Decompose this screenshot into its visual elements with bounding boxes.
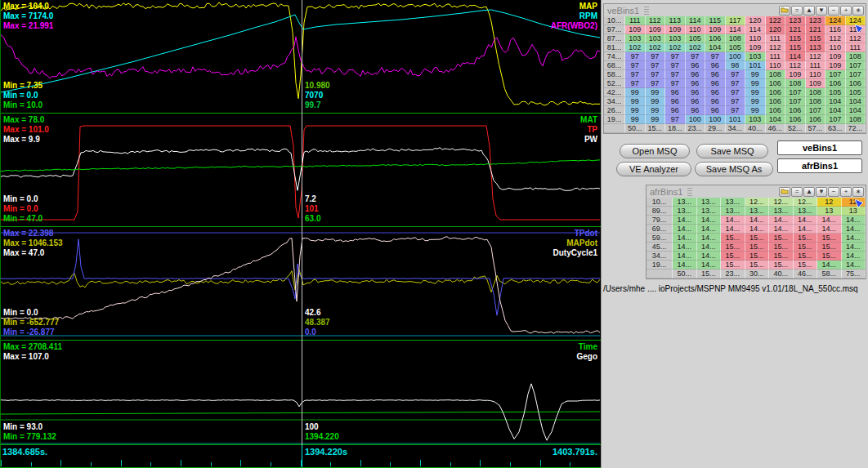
ve-cell[interactable]: 109: [625, 25, 646, 34]
ve-cell[interactable]: 99: [625, 97, 646, 106]
ve-cell[interactable]: 99: [646, 106, 666, 115]
ve-cell[interactable]: 111: [766, 52, 786, 61]
ve-cell[interactable]: 106: [766, 88, 786, 97]
ve-cell[interactable]: 104: [766, 115, 786, 124]
ve-cell[interactable]: 96: [705, 61, 726, 70]
ve-cell[interactable]: 96: [705, 97, 726, 106]
ve-cell[interactable]: 97: [665, 70, 686, 79]
ve-cell[interactable]: 96: [705, 88, 726, 97]
ve-cell[interactable]: 115: [785, 43, 806, 52]
ve-cell[interactable]: 103: [745, 52, 766, 61]
ve-cell[interactable]: 107: [785, 97, 806, 106]
ve-cell[interactable]: 103: [745, 115, 766, 124]
afr-cell[interactable]: 14...: [697, 261, 722, 270]
afr-cell[interactable]: 13...: [697, 198, 722, 207]
ve-cell[interactable]: 97: [726, 97, 746, 106]
ve-cell[interactable]: 115: [785, 34, 806, 43]
ve-cell[interactable]: 110: [745, 34, 766, 43]
ve-cell[interactable]: 108: [846, 52, 866, 61]
ve-cell[interactable]: 114: [726, 25, 746, 34]
afr-cell[interactable]: 14...: [842, 234, 866, 243]
ve-cell[interactable]: 106: [766, 97, 786, 106]
ve-cell[interactable]: 109: [705, 25, 726, 34]
afr-cell[interactable]: 15...: [817, 234, 842, 243]
afr-cell[interactable]: 14...: [817, 261, 842, 270]
afr-cell[interactable]: 14...: [673, 216, 697, 225]
drag-handle[interactable]: [644, 7, 649, 15]
afr-cell[interactable]: 15...: [794, 234, 818, 243]
ve-cell[interactable]: 112: [825, 34, 846, 43]
ve-cell[interactable]: 97: [646, 52, 666, 61]
ve-cell[interactable]: 99: [646, 97, 666, 106]
ve-cell[interactable]: 99: [625, 88, 646, 97]
down-icon[interactable]: ▼: [816, 6, 827, 16]
drag-handle[interactable]: [687, 188, 692, 196]
ve-cell[interactable]: 113: [665, 16, 686, 25]
ve-cell[interactable]: 97: [625, 79, 646, 88]
afr-cell[interactable]: 15...: [745, 243, 770, 252]
ve-cell[interactable]: 97: [646, 61, 666, 70]
ve-cell[interactable]: 111: [846, 43, 866, 52]
ve-cell[interactable]: 112: [806, 52, 826, 61]
ve-cell[interactable]: 114: [745, 25, 766, 34]
ve-cell[interactable]: 105: [726, 43, 746, 52]
ve-cell[interactable]: 108: [806, 97, 826, 106]
afr-cell[interactable]: 14...: [697, 252, 722, 261]
afr-cell[interactable]: 14...: [721, 216, 745, 225]
ve-cell[interactable]: 110: [766, 61, 786, 70]
ve-cell[interactable]: 103: [665, 34, 686, 43]
ve-cell[interactable]: 101: [745, 61, 766, 70]
afr-cell[interactable]: 14...: [697, 216, 722, 225]
ve-cell[interactable]: 109: [825, 52, 846, 61]
ve-cell[interactable]: 103: [625, 34, 646, 43]
log-cursor-line[interactable]: [302, 0, 302, 445]
ve-cell[interactable]: 104: [846, 97, 866, 106]
ve-cell[interactable]: 102: [646, 43, 666, 52]
ve-cell[interactable]: 107: [785, 88, 806, 97]
ve-cell[interactable]: 97: [665, 61, 686, 70]
ve-cell[interactable]: 97: [625, 61, 646, 70]
afr-cell[interactable]: 15...: [794, 243, 818, 252]
ve-cell[interactable]: 120: [745, 16, 766, 25]
afr-cell[interactable]: 14...: [769, 225, 794, 234]
folder-icon[interactable]: [779, 187, 790, 197]
afr-cell[interactable]: 15...: [769, 234, 794, 243]
up-icon[interactable]: ▲: [803, 6, 815, 16]
afr-cell[interactable]: 15...: [769, 261, 794, 270]
afr-cell[interactable]: 13...: [697, 207, 722, 216]
ve-cell[interactable]: 97: [646, 79, 666, 88]
minus-icon[interactable]: −: [828, 187, 839, 197]
afr-cell[interactable]: 14...: [842, 225, 866, 234]
ve-cell[interactable]: 111: [625, 16, 646, 25]
ve-cell[interactable]: 108: [846, 115, 866, 124]
ve-cell[interactable]: 100: [726, 52, 746, 61]
ve-cell[interactable]: 106: [785, 106, 806, 115]
ve-cell[interactable]: 114: [785, 52, 806, 61]
afr-cell[interactable]: 14...: [673, 234, 697, 243]
ve-cell[interactable]: 96: [665, 106, 686, 115]
ve-cell[interactable]: 122: [766, 16, 786, 25]
ve-cell[interactable]: 109: [825, 61, 846, 70]
afr-cell[interactable]: 13...: [794, 207, 818, 216]
afr-cell[interactable]: 13...: [769, 207, 794, 216]
afr-cell[interactable]: 14...: [794, 225, 818, 234]
ve-cell[interactable]: 105: [846, 88, 866, 97]
ve-cell[interactable]: 96: [686, 61, 706, 70]
ve-cell[interactable]: 112: [766, 43, 786, 52]
ve-cell[interactable]: 108: [785, 79, 806, 88]
ve-cell[interactable]: 97: [665, 115, 686, 124]
ve-table[interactable]: veBins1=▲▼−+∗10...1111121131141151171201…: [603, 3, 866, 134]
ve-cell[interactable]: 97: [726, 88, 746, 97]
ve-cell[interactable]: 106: [846, 79, 866, 88]
afr-cell[interactable]: 14...: [721, 225, 745, 234]
afr-cell[interactable]: 14...: [697, 225, 722, 234]
ve-cell[interactable]: 108: [766, 70, 786, 79]
afr-cell[interactable]: 12: [817, 198, 842, 207]
minus-icon[interactable]: −: [828, 6, 839, 16]
ve-cell[interactable]: 97: [726, 70, 746, 79]
ve-cell[interactable]: 102: [625, 43, 646, 52]
afr-cell[interactable]: 14...: [673, 243, 697, 252]
ve-cell[interactable]: 113: [806, 43, 826, 52]
afr-cell[interactable]: 12...: [745, 198, 770, 207]
plus-icon[interactable]: +: [840, 6, 852, 16]
